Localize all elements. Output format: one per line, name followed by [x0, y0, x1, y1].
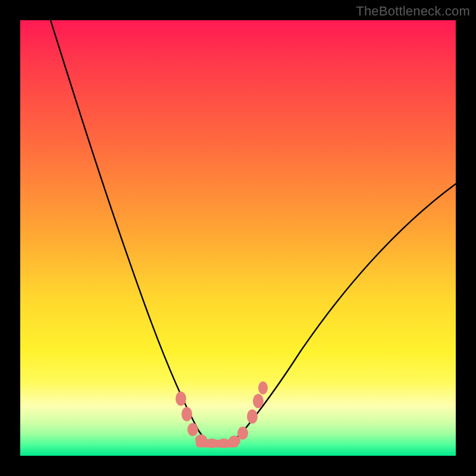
bead-marker: [217, 439, 230, 448]
outer-frame: TheBottleneck.com: [0, 0, 476, 476]
bead-marker: [247, 409, 258, 424]
bead-marker: [205, 439, 218, 448]
watermark-text: TheBottleneck.com: [356, 4, 470, 19]
curve-left: [51, 20, 217, 444]
chart-svg: [20, 20, 456, 456]
bead-marker: [237, 427, 248, 440]
curve-right: [217, 184, 456, 444]
bead-marker: [253, 394, 264, 408]
bead-marker: [187, 423, 198, 436]
plot-area: [20, 20, 456, 456]
bead-marker: [176, 392, 186, 406]
bead-marker: [181, 407, 192, 421]
bead-marker: [195, 434, 207, 445]
bead-marker: [258, 381, 268, 394]
